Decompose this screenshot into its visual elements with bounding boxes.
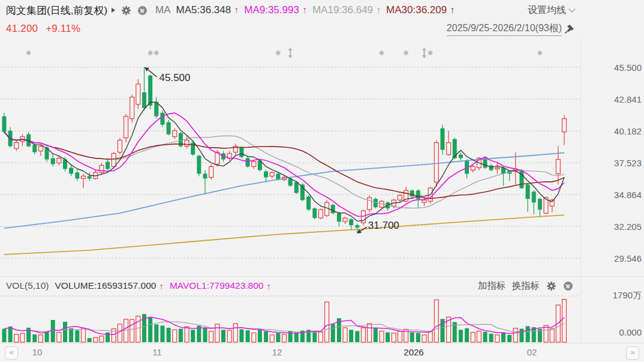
last-price: 41.200: [6, 23, 38, 34]
ma30-up-arrow: ↑: [450, 5, 455, 16]
ma5-up-arrow: ↑: [234, 5, 239, 16]
time-axis-label-nov: 11: [152, 347, 162, 357]
price-axis-tick: 45.500: [601, 62, 642, 73]
scroll-left-button[interactable]: «: [5, 346, 18, 360]
set-ma-label: 设置均线: [528, 4, 566, 17]
price-row: 41.200 +9.11% 2025/9/25-2026/2/10(93根): [6, 22, 574, 36]
switch-indicator-button[interactable]: 换指标: [512, 280, 540, 292]
mavol1-up-arrow: ↑: [266, 281, 271, 291]
price-axis-tick: 32.205: [601, 222, 642, 232]
price-axis-tick: 40.182: [601, 126, 642, 136]
ma9-value: MA9:35.993: [244, 4, 299, 16]
volume-axis-min: 0.000: [601, 327, 642, 337]
high-annotation-label: 45.500: [160, 72, 191, 83]
volume-axis-max: 1790万: [601, 290, 642, 301]
volume-indicator-label: VOL(5,10): [6, 280, 49, 291]
stock-title: 阅文集团(日线,前复权): [6, 4, 107, 17]
visible-range-text: 2025/9/25-2026/2/10(93根): [447, 22, 562, 36]
add-indicator-button[interactable]: 加指标: [478, 280, 506, 292]
time-axis-label-dec: 12: [272, 347, 282, 357]
pane-divider: [0, 276, 644, 277]
volume-up-arrow: ↑: [159, 281, 164, 291]
axis-divider: [580, 37, 581, 342]
chart-header: 阅文集团(日线,前复权) MA MA5:36.348 ↑ MA9:35.993 …: [6, 2, 574, 18]
price-axis-tick: 42.841: [601, 94, 642, 104]
ma30-value: MA30:36.209: [386, 4, 447, 16]
volume-value: VOLUME:16593157.000: [55, 280, 157, 291]
time-axis-label-oct: 10: [32, 347, 43, 357]
ma5-value: MA5:36.348: [176, 4, 231, 16]
remove-indicator-close-icon[interactable]: [137, 5, 148, 16]
low-annotation-label: 31.700: [368, 220, 399, 231]
candlestick-chart-canvas[interactable]: 45.50031.700: [0, 0, 644, 362]
time-axis: « 10 11 12 2026 02 »: [0, 343, 644, 362]
pin-icon[interactable]: [565, 24, 574, 34]
ma19-up-arrow: ↑: [376, 5, 381, 16]
volume-settings-gear-icon[interactable]: [546, 280, 556, 291]
stock-chart-app: 45.50031.700 阅文集团(日线,前复权) MA MA5:36.348 …: [0, 0, 644, 362]
ma9-up-arrow: ↑: [302, 5, 307, 16]
price-axis-tick: 37.523: [601, 158, 642, 168]
visible-range-control[interactable]: 2025/9/25-2026/2/10(93根): [447, 22, 574, 36]
time-axis-label-2026: 2026: [404, 347, 423, 357]
volume-close-icon[interactable]: [562, 280, 573, 291]
volume-pane-header: VOL(5,10) VOLUME:16593157.000 ↑ MAVOL1:7…: [6, 279, 573, 293]
volume-pane-tools: 加指标 换指标: [478, 280, 573, 292]
mavol1-value: MAVOL1:7799423.800: [170, 280, 264, 291]
ma19-value: MA19:36.649: [312, 4, 373, 16]
change-percent: +9.11%: [46, 23, 80, 34]
time-axis-label-feb: 02: [527, 347, 537, 357]
scroll-right-button[interactable]: »: [626, 346, 639, 360]
chevron-down-icon: [568, 5, 575, 12]
last-price-and-change: 41.200 +9.11%: [6, 23, 80, 35]
set-ma-button[interactable]: 设置均线: [528, 4, 574, 17]
ma-overlay-label: MA: [155, 4, 171, 16]
collapse-triangle-icon[interactable]: [112, 8, 115, 13]
ma-settings-gear-icon[interactable]: [121, 5, 131, 16]
price-axis-tick: 34.864: [601, 190, 642, 200]
price-axis-tick: 29.546: [601, 253, 642, 264]
